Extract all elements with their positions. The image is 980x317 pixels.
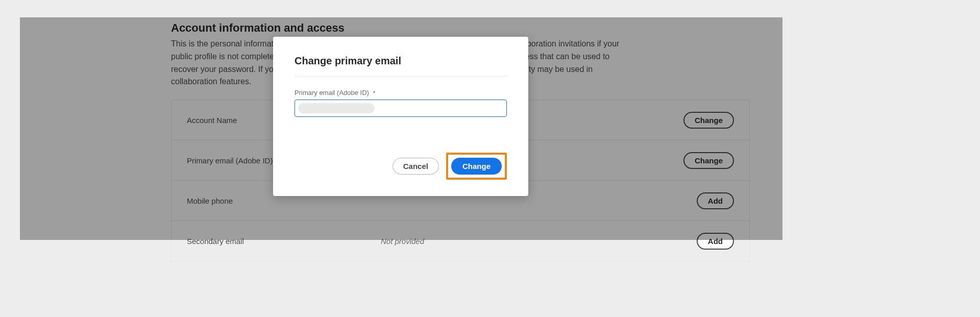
modal-title: Change primary email (295, 55, 507, 67)
cancel-button[interactable]: Cancel (393, 158, 439, 175)
confirm-change-button[interactable]: Change (451, 158, 502, 175)
divider (295, 76, 507, 77)
change-primary-email-modal: Change primary email Primary email (Adob… (273, 37, 528, 196)
required-asterisk-icon: * (373, 89, 376, 97)
redacted-value (298, 103, 375, 113)
field-label-text: Primary email (Adobe ID) (295, 89, 369, 96)
highlight-annotation: Change (446, 153, 507, 180)
primary-email-field-label: Primary email (Adobe ID) * (295, 89, 507, 96)
